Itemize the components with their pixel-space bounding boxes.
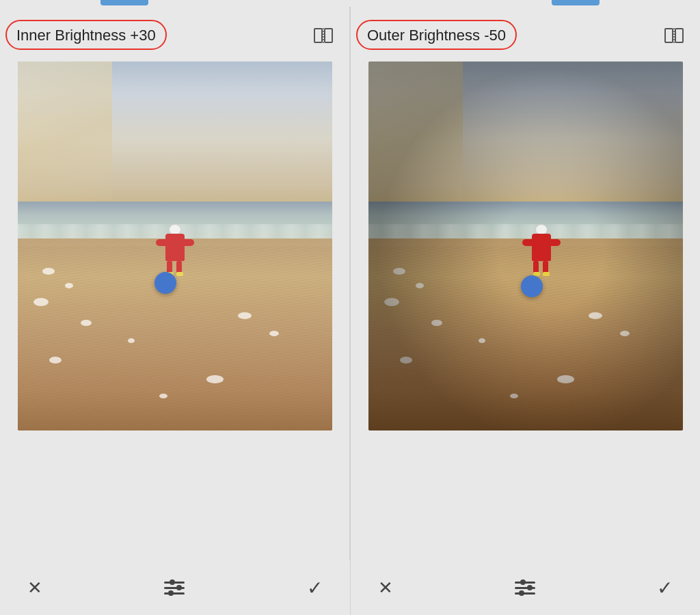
inner-brightness-label: Inner Brightness +30 [16, 27, 156, 44]
left-tab-indicator [100, 0, 148, 5]
figure [528, 224, 555, 276]
cancel-icon [27, 577, 42, 599]
left-toolbar [0, 560, 350, 615]
figure-body [165, 234, 185, 261]
left-panel-header: Inner Brightness +30 [0, 7, 349, 62]
left-photo-frame [18, 62, 332, 430]
selection-handle[interactable] [521, 275, 543, 297]
right-panel: Outer Brightness -50 [351, 7, 700, 560]
left-image-area [0, 62, 349, 560]
sky-warm [18, 62, 112, 217]
sky-warm [368, 62, 463, 217]
check-icon [657, 577, 673, 599]
outer-brightness-label: Outer Brightness -50 [367, 27, 506, 44]
svg-rect-4 [675, 29, 683, 42]
sliders-icon [164, 582, 185, 594]
left-sliders-button[interactable] [164, 582, 185, 594]
right-photo-frame [368, 62, 683, 430]
svg-rect-1 [325, 29, 332, 42]
right-toolbar [350, 560, 701, 615]
right-confirm-button[interactable] [657, 577, 673, 599]
left-panel: Inner Brightness +30 [0, 7, 349, 560]
check-icon [307, 577, 323, 599]
left-confirm-button[interactable] [307, 577, 323, 599]
figure-arms [156, 239, 194, 246]
panels-container: Inner Brightness +30 [0, 7, 700, 560]
figure-body [532, 234, 551, 261]
right-tab-indicator [552, 0, 600, 5]
right-panel-header: Outer Brightness -50 [351, 7, 700, 62]
right-cancel-button[interactable] [378, 577, 393, 599]
selection-handle[interactable] [154, 272, 176, 294]
right-compare-icon[interactable] [664, 28, 684, 43]
svg-rect-3 [665, 29, 673, 42]
figure [161, 224, 189, 276]
left-cancel-button[interactable] [27, 577, 42, 599]
sand-texture [368, 246, 683, 430]
top-indicators [0, 0, 700, 7]
figure-arms [522, 239, 561, 246]
right-sliders-button[interactable] [515, 582, 535, 594]
svg-rect-0 [314, 29, 322, 42]
left-compare-icon[interactable] [314, 28, 333, 43]
figure-legs [533, 261, 550, 276]
bottom-toolbar [0, 560, 700, 615]
right-image-area [351, 62, 700, 560]
sliders-icon [515, 582, 535, 594]
cancel-icon [378, 577, 393, 599]
